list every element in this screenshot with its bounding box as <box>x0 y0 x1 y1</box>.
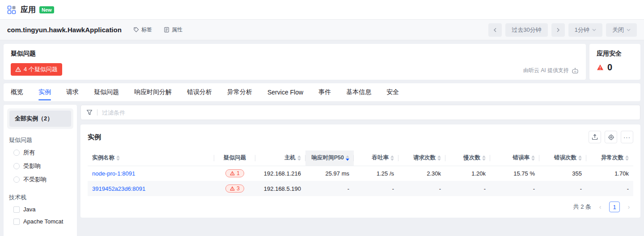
time-next-button[interactable] <box>551 23 565 37</box>
sort-icon-active[interactable] <box>346 155 349 161</box>
top-navbar: 应用 New <box>0 0 644 20</box>
issues-card-title: 疑似问题 <box>11 50 579 58</box>
suspected-issues-card: 疑似问题 4 个疑似问题 由听云 AI 提供支持 AI <box>4 44 586 80</box>
checkbox-icon[interactable] <box>13 206 20 213</box>
col-header-suspected-issues[interactable]: 疑似问题 <box>214 150 255 166</box>
page-next-icon[interactable]: › <box>624 203 633 210</box>
column-settings-button[interactable] <box>605 131 617 143</box>
col-header-error-count[interactable]: 错误次数 <box>539 150 586 166</box>
sort-icon[interactable] <box>531 155 535 161</box>
radio-icon[interactable] <box>13 163 20 169</box>
new-badge: New <box>39 6 54 13</box>
main-column: 实例 ··· <box>80 105 640 218</box>
warning-icon <box>230 171 235 176</box>
time-range-button[interactable]: 过去30分钟 <box>505 23 547 37</box>
cell-requests: 2.30k <box>398 166 445 181</box>
radio-option-all[interactable]: 所有 <box>7 146 73 159</box>
tab-events[interactable]: 事件 <box>318 83 331 101</box>
sort-icon[interactable] <box>578 155 582 161</box>
export-button[interactable] <box>589 131 601 143</box>
cell-p50: - <box>305 181 354 196</box>
issues-count: 3 <box>237 185 240 192</box>
divider <box>97 109 97 116</box>
sort-icon[interactable] <box>390 155 394 161</box>
ellipsis-icon: ··· <box>623 134 631 140</box>
pagination: 共 2 条 ‹ 1 › <box>88 202 633 212</box>
col-header-throughput[interactable]: 吞吐率 <box>354 150 398 166</box>
col-header-slow-count[interactable]: 慢次数 <box>445 150 490 166</box>
powered-by-label: 由听云 AI 提供支持 <box>523 67 569 74</box>
time-prev-button[interactable] <box>488 23 502 37</box>
checkbox-option-apache-tomcat[interactable]: Apache Tomcat <box>7 215 73 227</box>
tab-error-analysis[interactable]: 错误分析 <box>187 83 212 101</box>
svg-text:AI: AI <box>574 70 576 73</box>
radio-label: 不受影响 <box>23 176 47 184</box>
attributes-label: 属性 <box>172 26 182 34</box>
attributes-button[interactable]: 属性 <box>164 26 182 34</box>
issues-pill[interactable]: 1 <box>225 169 244 177</box>
tab-basic-info[interactable]: 基本信息 <box>346 83 371 101</box>
tab-security[interactable]: 安全 <box>386 83 399 101</box>
tab-suspected-issues[interactable]: 疑似问题 <box>94 83 119 101</box>
col-header-request-count[interactable]: 请求次数 <box>398 150 445 166</box>
sort-icon[interactable] <box>297 155 301 161</box>
radio-option-unaffected[interactable]: 不受影响 <box>7 173 73 186</box>
tag-label: 标签 <box>141 26 152 34</box>
funnel-icon <box>86 109 93 116</box>
tab-overview[interactable]: 概览 <box>11 83 23 101</box>
issues-badge-label: 4 个疑似问题 <box>24 65 58 73</box>
cell-exceptions: - <box>586 181 633 196</box>
chevron-down-icon <box>627 29 631 31</box>
tab-exception-analysis[interactable]: 异常分析 <box>227 83 252 101</box>
filter-input[interactable] <box>102 109 635 116</box>
issues-count-badge[interactable]: 4 个疑似问题 <box>11 63 62 76</box>
export-icon <box>592 134 598 140</box>
col-header-response-time-p50[interactable]: 响应时间P50 <box>305 150 354 166</box>
tab-service-flow[interactable]: Service Flow <box>267 83 303 101</box>
app-header: com.tingyun.hawk.HawkApplication 标签 属性 过… <box>0 20 644 40</box>
sort-icon[interactable] <box>437 155 441 161</box>
radio-option-affected[interactable]: 受影响 <box>7 159 73 173</box>
checkbox-label: Apache Tomcat <box>23 218 63 225</box>
refresh-value: 关闭 <box>612 26 624 34</box>
tab-instances[interactable]: 实例 <box>38 83 51 101</box>
sort-icon[interactable] <box>625 155 629 161</box>
refresh-dropdown[interactable]: 关闭 <box>606 23 637 37</box>
checkbox-icon[interactable] <box>13 219 20 225</box>
tab-response-time-breakdown[interactable]: 响应时间分解 <box>134 83 172 101</box>
table-title: 实例 <box>88 133 585 142</box>
tab-requests[interactable]: 请求 <box>66 83 79 101</box>
page-title: 应用 <box>21 4 36 15</box>
issues-pill[interactable]: 3 <box>225 185 244 193</box>
filter-bar[interactable] <box>80 105 640 120</box>
application-name: com.tingyun.hawk.HawkApplication <box>7 26 122 34</box>
cell-errors: - <box>539 181 586 196</box>
tags-button[interactable]: 标签 <box>133 26 152 34</box>
interval-dropdown[interactable]: 1分钟 <box>568 23 602 37</box>
table-row: node-pro-1:8091 1 192.168.1.216 25.97 ms… <box>88 166 633 181</box>
sort-icon[interactable] <box>482 155 486 161</box>
col-header-host[interactable]: 主机 <box>255 150 305 166</box>
sort-icon[interactable] <box>116 155 120 161</box>
col-header-exception-count[interactable]: 异常次数 <box>586 150 633 166</box>
sidebar-item-all-instances[interactable]: 全部实例（2） <box>9 111 71 127</box>
page-number-button[interactable]: 1 <box>609 202 620 212</box>
chevron-down-icon <box>592 29 596 31</box>
col-header-error-rate[interactable]: 错误率 <box>490 150 539 166</box>
interval-value: 1分钟 <box>575 26 589 34</box>
instances-table: 实例名称 疑似问题 主机 响应时间P50 <box>88 150 633 196</box>
col-header-instance-name[interactable]: 实例名称 <box>88 150 214 166</box>
page-prev-icon[interactable]: ‹ <box>596 203 605 210</box>
radio-icon[interactable] <box>13 150 20 156</box>
instance-link[interactable]: 3919452a23d6:8091 <box>92 185 145 192</box>
instance-link[interactable]: node-pro-1:8091 <box>92 170 135 177</box>
issues-count: 1 <box>237 170 240 176</box>
cell-host: 192.168.1.216 <box>255 166 305 181</box>
more-actions-button[interactable]: ··· <box>621 131 633 143</box>
attributes-icon <box>164 27 169 33</box>
checkbox-option-java[interactable]: Java <box>7 203 73 215</box>
gear-icon <box>608 134 614 141</box>
cell-exceptions: 1.70k <box>586 166 633 181</box>
radio-icon[interactable] <box>13 176 20 183</box>
summary-cards: 疑似问题 4 个疑似问题 由听云 AI 提供支持 AI 应用安全 0 <box>4 44 640 80</box>
